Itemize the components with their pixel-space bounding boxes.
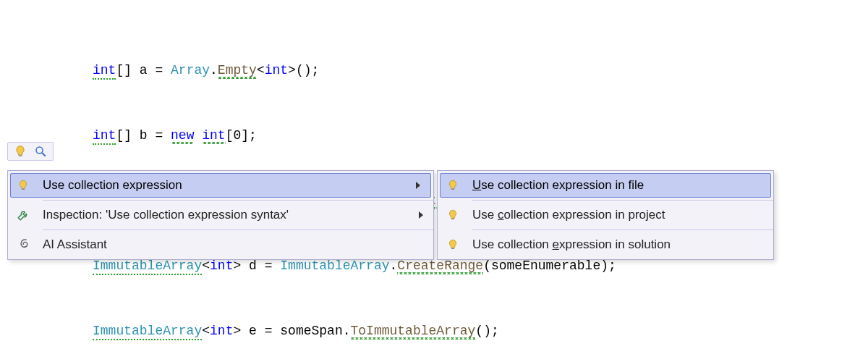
wrench-icon [15,209,31,222]
submenu-item-in-file[interactable]: Use collection expression in file [440,173,771,198]
lightbulb-icon [14,145,27,158]
code-line-2: int[] b = new int[0]; [93,125,616,146]
submenu-item-label: Use collection expression in file [472,178,644,193]
submenu-item-in-solution[interactable]: Use collection expression in solution [438,230,773,259]
lightbulb-icon [445,239,461,251]
menu-item-label: Inspection: 'Use collection expression s… [43,208,289,222]
svg-rect-6 [451,248,454,249]
menu-item-label: AI Assistant [43,237,107,252]
lightbulb-icon [445,180,461,191]
submenu-item-in-project[interactable]: Use collection expression in project [438,201,773,230]
svg-line-2 [42,153,46,156]
submenu-item-label: Use collection expression in solution [472,237,671,252]
code-line-1: int[] a = Array.Empty<int>(); [93,59,616,81]
context-menu-primary: Use collection expression Inspection: 'U… [7,170,434,260]
menu-item-use-collection-expression[interactable]: Use collection expression [10,173,431,198]
action-indicator[interactable] [7,142,54,161]
svg-rect-3 [22,189,25,190]
svg-rect-0 [19,155,22,156]
lightbulb-icon [445,209,461,221]
submenu-arrow-icon [419,211,423,219]
svg-rect-5 [451,219,454,219]
submenu-item-label: Use collection expression in project [472,208,665,222]
code-line-5: ImmutableArray<int> e = someSpan.ToImmut… [93,320,616,342]
menu-item-ai-assistant[interactable]: AI Assistant [8,230,433,259]
menu-item-label: Use collection expression [43,178,182,193]
svg-point-1 [36,147,43,153]
lightbulb-icon [15,180,31,191]
submenu-arrow-icon [416,182,420,189]
magnifier-icon [34,145,47,158]
context-menu-submenu: Use collection expression in file Use co… [437,170,774,260]
menu-item-inspection[interactable]: Inspection: 'Use collection expression s… [8,201,433,230]
spiral-icon [15,238,31,251]
svg-rect-4 [451,189,454,190]
